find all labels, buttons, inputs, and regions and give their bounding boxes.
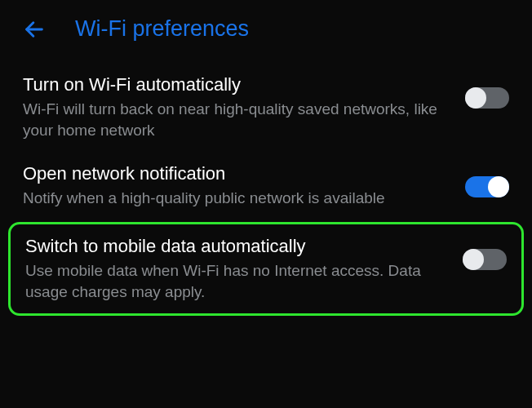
toggle-knob (463, 249, 484, 270)
settings-list: Turn on Wi-Fi automatically Wi-Fi will t… (0, 56, 532, 322)
toggle-knob (488, 176, 509, 197)
setting-auto-wifi[interactable]: Turn on Wi-Fi automatically Wi-Fi will t… (0, 63, 532, 152)
toggle-auto-wifi[interactable] (465, 87, 509, 109)
setting-desc: Use mobile data when Wi-Fi has no Intern… (25, 260, 446, 302)
setting-open-network[interactable]: Open network notification Notify when a … (0, 152, 532, 220)
toggle-mobile-data[interactable] (463, 249, 507, 270)
setting-text: Switch to mobile data automatically Use … (25, 236, 446, 302)
setting-title: Open network notification (23, 163, 449, 184)
setting-title: Turn on Wi-Fi automatically (23, 74, 449, 95)
highlighted-setting: Switch to mobile data automatically Use … (8, 222, 524, 316)
setting-text: Turn on Wi-Fi automatically Wi-Fi will t… (23, 74, 449, 140)
setting-text: Open network notification Notify when a … (23, 163, 449, 209)
setting-title: Switch to mobile data automatically (25, 236, 446, 257)
back-arrow-icon[interactable] (23, 18, 46, 41)
setting-desc: Wi-Fi will turn back on near high-qualit… (23, 99, 449, 140)
toggle-open-network[interactable] (465, 176, 509, 197)
setting-mobile-data[interactable]: Switch to mobile data automatically Use … (11, 224, 521, 313)
toggle-knob (465, 87, 486, 109)
header: Wi-Fi preferences (0, 0, 532, 56)
setting-desc: Notify when a high-quality public networ… (23, 188, 449, 209)
page-title: Wi-Fi preferences (75, 16, 249, 42)
